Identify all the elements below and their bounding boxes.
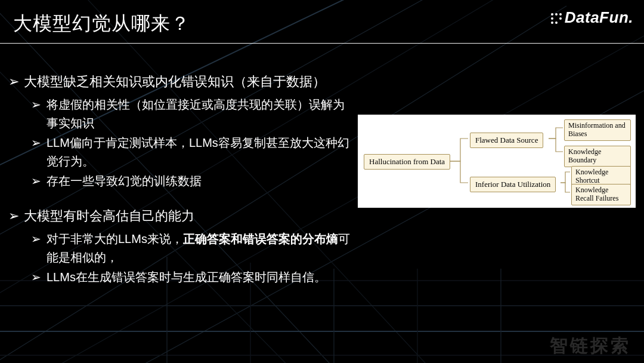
bullet-1-sub-1: ➢ 将虚假的相关性（如位置接近或高度共现的关联）误解为事实知识 <box>31 96 354 133</box>
bullet-2: ➢ 大模型有时会高估自己的能力 ➢ 对于非常大的LLMs来说，正确答案和错误答案… <box>8 206 354 287</box>
logo-text: DataFun. <box>565 8 633 27</box>
diagram-mid-2: Inferior Data Utilization <box>470 177 556 192</box>
arrow-icon: ➢ <box>31 230 47 248</box>
diagram-leaf-4: Knowledge Recall Failures <box>571 184 631 205</box>
title-divider <box>0 43 644 44</box>
diagram-leaf-2: Knowledge Boundary <box>564 146 631 167</box>
arrow-icon: ➢ <box>8 206 24 226</box>
svg-point-20 <box>559 13 562 16</box>
arrow-icon: ➢ <box>31 134 47 152</box>
slide: 大模型幻觉从哪来？ DataFun. ➢ 大模型缺乏相关知识或内化错误知识（来自… <box>0 0 644 363</box>
slide-title: 大模型幻觉从哪来？ <box>13 11 190 37</box>
bullet-2-sub-2: ➢ LLMs在生成错误答案时与生成正确答案时同样自信。 <box>31 268 354 287</box>
hallucination-diagram: Hallucination from Data Flawed Data Sour… <box>358 115 636 208</box>
bullet-1-sub-3: ➢ 存在一些导致幻觉的训练数据 <box>31 172 354 190</box>
svg-point-19 <box>555 13 558 16</box>
svg-point-22 <box>559 17 562 20</box>
svg-point-18 <box>551 13 553 16</box>
arrow-icon: ➢ <box>31 268 47 287</box>
svg-point-21 <box>551 17 553 20</box>
bullet-1-heading: 大模型缺乏相关知识或内化错误知识（来自于数据） <box>24 72 326 92</box>
watermark-text: 智链探索 <box>550 334 631 358</box>
diagram-leaf-1: Misinformation and Biases <box>564 119 631 141</box>
arrow-icon: ➢ <box>31 96 47 114</box>
datafun-logo: DataFun. <box>549 8 633 27</box>
bullet-1-sub-2: ➢ LLM偏向于肯定测试样本，LLMs容易复制甚至放大这种幻觉行为。 <box>31 134 354 171</box>
svg-point-24 <box>555 21 558 24</box>
bullet-content: ➢ 大模型缺乏相关知识或内化错误知识（来自于数据） ➢ 将虚假的相关性（如位置接… <box>8 72 354 302</box>
diagram-root: Hallucination from Data <box>364 154 450 170</box>
arrow-icon: ➢ <box>31 172 47 190</box>
bullet-2-heading: 大模型有时会高估自己的能力 <box>24 206 194 226</box>
diagram-mid-1: Flawed Data Source <box>470 133 543 148</box>
bullet-1: ➢ 大模型缺乏相关知识或内化错误知识（来自于数据） ➢ 将虚假的相关性（如位置接… <box>8 72 354 190</box>
svg-point-23 <box>551 21 553 24</box>
arrow-icon: ➢ <box>8 72 24 92</box>
logo-dots-icon <box>549 11 562 24</box>
bullet-2-sub-1: ➢ 对于非常大的LLMs来说，正确答案和错误答案的分布熵可能是相似的， <box>31 230 354 267</box>
